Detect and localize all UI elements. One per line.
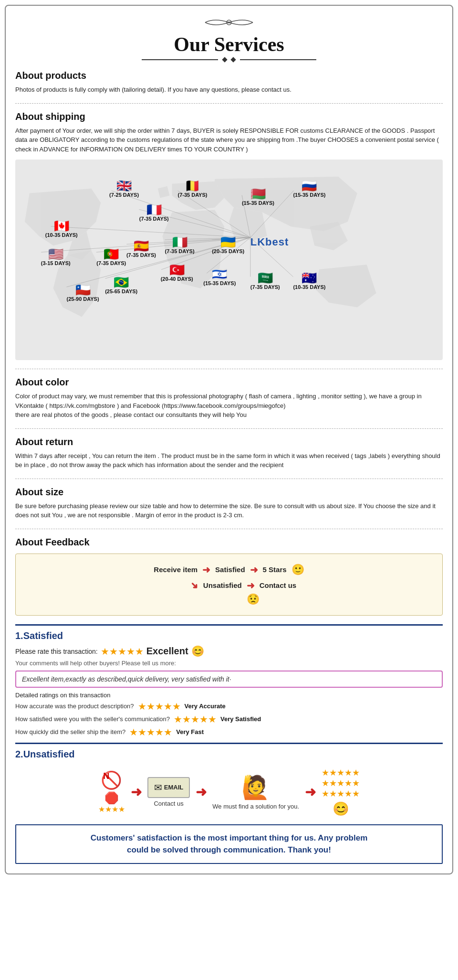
about-shipping-text: After payment of Your order, we will shi…: [15, 126, 443, 154]
satisfied-stars: ★★★★★: [101, 646, 144, 657]
brand-logo: LKbest: [250, 236, 289, 248]
flag-turkey: 🇹🇷 (20-40 DAYS): [161, 264, 193, 282]
about-shipping-title: About shipping: [15, 111, 443, 122]
arrow-step-1: ➜: [131, 784, 142, 800]
svg-point-1: [228, 21, 230, 23]
step-good-result: ★★★★★ ★★★★★ ★★★★★ 😊: [322, 767, 360, 817]
q2-stars: ★★★★★: [174, 714, 217, 725]
satisfied-section: 1.Satisfied Please rate this transaction…: [15, 624, 443, 738]
about-return-title: About return: [15, 437, 443, 447]
contact-label: Contact us: [260, 581, 297, 589]
feedback-flow-box: Receive item ➜ Satisfied ➜ 5 Stars 🙂 ➜ U…: [15, 554, 443, 616]
q3-stars: ★★★★★: [129, 726, 172, 738]
line-right: [240, 59, 316, 60]
comment-box: Excellent item,exactly as described,quic…: [15, 671, 443, 688]
diamond-right: [230, 57, 236, 62]
rate-label: Please rate this transaction:: [15, 648, 98, 655]
satisfied-emoji: 😊: [191, 645, 204, 658]
diamond-left: [222, 57, 227, 62]
q2-result: Very Satisfied: [220, 715, 261, 723]
flag-brazil: 🇧🇷 (25-65 DAYS): [105, 276, 137, 294]
world-map: 🇨🇦 (10-35 DAYS) 🇬🇧 (7-25 DAYS) 🇫🇷 (7-35 …: [15, 160, 443, 360]
solution-label: We must find a solution for you.: [212, 803, 299, 810]
flag-saudi: 🇸🇦 (7-35 DAYS): [250, 272, 280, 290]
arrow-step-2: ➜: [196, 784, 207, 800]
q1-result: Very Accurate: [185, 703, 226, 710]
divider-3: [15, 428, 443, 429]
unsatisfied-section: 2.Unsatisfied 🚫 N 🛑 ★★★★ ➜ ✉ EMAIL Conta…: [15, 743, 443, 817]
arrow-step-3: ➜: [305, 784, 316, 800]
comment-prompt: Your comments will help other buyers! Pl…: [15, 660, 443, 667]
feedback-satisfied-row: Receive item ➜ Satisfied ➜ 5 Stars 🙂: [30, 564, 428, 576]
contact-us-label: Contact us: [154, 800, 183, 807]
q1-stars: ★★★★★: [138, 701, 181, 712]
divider-5: [15, 529, 443, 529]
svg-line-3: [112, 191, 250, 237]
about-color-text: Color of product may vary, we must remem…: [15, 392, 443, 420]
email-icon-box: ✉ EMAIL: [147, 777, 190, 798]
rating-row-1: How accurate was the product description…: [15, 701, 443, 712]
no-stop-icon: 🚫 N: [101, 770, 122, 790]
about-feedback-title: About Feedback: [15, 537, 443, 548]
question-person-icon: 🙋: [241, 774, 270, 801]
divider-1: [15, 103, 443, 104]
map-lines: [15, 160, 443, 360]
svg-line-5: [178, 191, 250, 237]
detailed-ratings: Detailed ratings on this transaction How…: [15, 692, 443, 738]
flag-portugal: 🇵🇹 (7-35 DAYS): [96, 248, 126, 266]
about-size-section: About size Be sure before purchasing ple…: [15, 487, 443, 520]
flag-australia: 🇦🇺 (10-35 DAYS): [293, 272, 325, 290]
about-color-section: About color Color of product may vary, w…: [15, 377, 443, 420]
arrow-4: ➜: [247, 580, 255, 591]
flag-uk: 🇬🇧 (7-25 DAYS): [109, 180, 139, 198]
about-shipping-section: About shipping After payment of Your ord…: [15, 111, 443, 361]
flag-spain: 🇪🇸 (7-35 DAYS): [126, 240, 156, 258]
receive-item-label: Receive item: [154, 565, 198, 574]
arrow-1: ➜: [202, 564, 210, 575]
flag-belarus: 🇧🇾 (15-35 DAYS): [242, 188, 274, 206]
q3-result: Very Fast: [176, 728, 204, 735]
about-products-text: Photos of products is fully comply with …: [15, 85, 443, 95]
flag-belgium: 🇧🇪 (7-35 DAYS): [177, 180, 207, 198]
divider-4: [15, 479, 443, 479]
step-find-solution: 🙋 We must find a solution for you.: [212, 774, 299, 810]
flag-israel: 🇮🇱 (15-35 DAYS): [203, 268, 236, 286]
satisfied-label: Satisfied: [215, 565, 245, 574]
about-products-section: About products Photos of products is ful…: [15, 70, 443, 95]
result-emoji: 😊: [333, 801, 349, 817]
excellent-text: Excellent: [146, 646, 188, 657]
about-size-title: About size: [15, 487, 443, 498]
satisfied-title: 1.Satisfied: [15, 630, 443, 641]
page-wrapper: Our Services About products Photos of pr…: [5, 5, 453, 874]
flag-france: 🇫🇷 (7-35 DAYS): [139, 203, 169, 222]
q1-label: How accurate was the product description…: [15, 703, 134, 710]
flag-ukraine: 🇺🇦 (20-35 DAYS): [212, 236, 244, 254]
happy-emoji: 🙂: [291, 564, 304, 576]
flag-canada: 🇨🇦 (10-35 DAYS): [45, 220, 78, 238]
rating-row-2: How satisfied were you with the seller's…: [15, 714, 443, 725]
result-stars-3: ★★★★★: [322, 788, 360, 799]
email-icon: ✉: [154, 782, 162, 793]
flag-chile: 🇨🇱 (25-90 DAYS): [67, 284, 99, 302]
q2-label: How satisfied were you with the seller's…: [15, 715, 170, 723]
unsatisfied-label: Unsatisfied: [203, 581, 242, 589]
header-line: [15, 58, 443, 62]
page-title: Our Services: [15, 33, 443, 56]
header: Our Services: [15, 15, 443, 62]
unsatisfied-title: 2.Unsatisfied: [15, 749, 443, 760]
about-color-title: About color: [15, 377, 443, 388]
arrow-3: ➜: [187, 578, 201, 592]
detailed-label: Detailed ratings on this transaction: [15, 692, 443, 699]
about-return-text: Within 7 days after receipt , You can re…: [15, 451, 443, 470]
satisfied-stars-row: Please rate this transaction: ★★★★★ Exce…: [15, 645, 443, 658]
flag-usa: 🇺🇸 (3-15 DAYS): [41, 248, 71, 266]
stars-label: 5 Stars: [263, 565, 287, 574]
line-left: [142, 59, 218, 60]
about-return-section: About return Within 7 days after receipt…: [15, 437, 443, 470]
sad-emoji: 😟: [247, 593, 260, 605]
flag-italy: 🇮🇹 (7-35 DAYS): [165, 236, 195, 254]
about-products-title: About products: [15, 70, 443, 81]
step-contact-email: ✉ EMAIL Contact us: [147, 777, 190, 807]
rating-row-3: How quickly did the seller ship the item…: [15, 726, 443, 738]
email-label: EMAIL: [164, 784, 183, 791]
